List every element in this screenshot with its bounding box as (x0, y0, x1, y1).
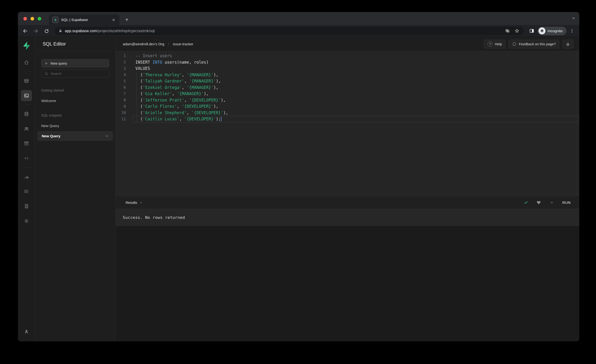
breadcrumb-project[interactable]: issue-tracker (173, 42, 193, 46)
code-line-5[interactable]: 5 ('Taliyah Gardner', '{MANAGER}'), (116, 78, 579, 84)
query-result-status: Success. No rows returned (116, 209, 579, 226)
section-label: SQL snippets (41, 113, 109, 117)
code-line-6[interactable]: 6 ('Ezekiel Ortega', '{MANAGER}'), (116, 84, 579, 91)
section-label: Getting started (41, 89, 109, 92)
help-button-label: Help (495, 42, 502, 46)
url-bar[interactable]: app.supabase.com/project/azahtnhqohyjerz… (55, 27, 524, 35)
nav-reports[interactable] (21, 171, 32, 182)
run-button[interactable]: RUN (560, 201, 574, 205)
nav-storage[interactable] (21, 138, 32, 149)
bookmark-star-icon[interactable] (513, 28, 521, 33)
new-query-button[interactable]: New query (41, 59, 109, 67)
incognito-label: Incognito (548, 29, 563, 33)
forward-button[interactable] (31, 26, 40, 36)
side-panel-icon[interactable] (527, 27, 536, 35)
sidebar-item-selected[interactable]: New Query (37, 131, 113, 141)
url-path: /project/azahtnhqohyjerzaxtmk/sql (97, 29, 155, 33)
rail-divider (22, 167, 31, 168)
close-window-button[interactable] (23, 17, 27, 21)
sidebar-item[interactable]: New Query (41, 124, 109, 128)
code-line-10[interactable]: 10 ('Arielle Shepherd', '{DEVELOPER}'), (116, 110, 579, 116)
query-valid-check-icon (522, 199, 530, 207)
code-text: ('Taliyah Gardner', '{MANAGER}'), (133, 78, 579, 84)
code-line-8[interactable]: 8 ('Jefferson Pratt', '{DEVELOPER}'), (116, 97, 579, 104)
chevron-down-icon[interactable] (105, 134, 109, 138)
new-tab-button[interactable] (123, 16, 130, 23)
line-number: 1 (116, 54, 133, 58)
api-docs-icon (24, 204, 29, 209)
search-box[interactable] (41, 69, 109, 78)
sql-code-editor[interactable]: 1-- Insert users2INSERT INTO users(name,… (116, 51, 579, 196)
sidebar-item[interactable]: Welcome (41, 99, 109, 103)
nav-account[interactable] (21, 326, 32, 337)
code-text: ('Ezekiel Ortega', '{MANAGER}'), (133, 84, 579, 91)
browser-menu-icon[interactable] (568, 27, 576, 35)
home-icon (24, 60, 29, 65)
nav-api-docs[interactable] (21, 201, 32, 212)
nav-settings[interactable] (21, 215, 32, 226)
url-domain: app.supabase.com (65, 29, 97, 33)
favorite-heart-icon[interactable] (534, 199, 543, 207)
browser-tab[interactable]: SQL | Supabase (49, 15, 119, 25)
auth-users-icon (24, 126, 29, 131)
reload-button[interactable] (42, 26, 51, 36)
breadcrumb: adam@windmill.dev's Org / issue-tracker (123, 42, 193, 46)
code-text: VALUES (133, 65, 579, 72)
code-icon (24, 156, 29, 161)
feedback-button[interactable]: Feedback on this page? (508, 40, 559, 48)
code-text: ('Jefferson Pratt', '{DEVELOPER}'), (133, 97, 579, 104)
main-header: adam@windmill.dev's Org / issue-tracker … (116, 37, 579, 51)
back-button[interactable] (21, 26, 30, 36)
nav-edge-functions[interactable] (21, 153, 32, 164)
feedback-button-label: Feedback on this page? (519, 42, 556, 46)
minimize-window-button[interactable] (30, 17, 34, 21)
nav-table-editor[interactable] (21, 75, 32, 86)
code-text: ('Arielle Shepherd', '{DEVELOPER}'), (133, 110, 579, 116)
table-editor-icon (24, 78, 29, 83)
nav-logs[interactable] (21, 186, 32, 197)
run-options-chevron-icon[interactable] (547, 199, 556, 207)
code-line-4[interactable]: 4 ('Theresa Hurley', '{MANAGER}'), (116, 72, 579, 78)
tab-search-chevron-icon[interactable] (572, 16, 575, 20)
line-number: 9 (116, 104, 133, 109)
code-text: -- Insert users (133, 53, 579, 59)
supabase-logo-icon[interactable] (22, 40, 31, 51)
line-number: 10 (116, 110, 133, 115)
sidebar-item-label: New Query (41, 124, 59, 128)
hide-eye-icon[interactable] (504, 28, 511, 33)
tab-close-icon[interactable] (111, 17, 116, 22)
code-text: INSERT INTO users(name, roles) (133, 59, 579, 66)
line-number: 3 (116, 66, 133, 71)
search-icon (44, 72, 48, 75)
sql-editor-icon (24, 93, 29, 98)
notifications-button[interactable] (562, 40, 573, 48)
help-button[interactable]: ? Help (484, 40, 505, 48)
editor-scrollbar[interactable] (577, 51, 579, 196)
breadcrumb-org[interactable]: adam@windmill.dev's Org (123, 42, 164, 46)
code-line-9[interactable]: 9 ('Carlo Flores', '{DEVELOPER}'), (116, 103, 579, 110)
lock-icon (58, 29, 62, 33)
nav-auth[interactable] (21, 123, 32, 134)
search-input[interactable] (51, 72, 106, 75)
code-line-7[interactable]: 7 ('Gia Keller', '{MANAGER}'), (116, 91, 579, 97)
code-line-2[interactable]: 2INSERT INTO users(name, roles) (116, 59, 579, 66)
reports-icon (24, 174, 29, 179)
nav-home[interactable] (21, 57, 32, 68)
incognito-icon (538, 27, 545, 34)
line-number: 4 (116, 73, 133, 77)
traffic-lights (23, 17, 41, 21)
nav-database[interactable] (21, 108, 32, 119)
nav-rail (18, 37, 35, 341)
code-line-3[interactable]: 3VALUES (116, 65, 579, 72)
logs-icon (24, 189, 29, 194)
rail-divider (22, 72, 31, 72)
code-line-1[interactable]: 1-- Insert users (116, 53, 579, 59)
browser-toolbar: app.supabase.com/project/azahtnhqohyjerz… (18, 25, 579, 37)
nav-sql-editor[interactable] (21, 90, 32, 101)
results-chevron-icon[interactable] (140, 201, 142, 204)
zoom-window-button[interactable] (38, 17, 41, 21)
code-line-11[interactable]: 11 ('Caitlin Lucas', '{DEVELOPER}'); (116, 116, 579, 122)
line-number: 2 (116, 60, 133, 64)
results-tab[interactable]: Results (126, 201, 137, 205)
sidebar-header: SQL Editor (35, 37, 115, 51)
